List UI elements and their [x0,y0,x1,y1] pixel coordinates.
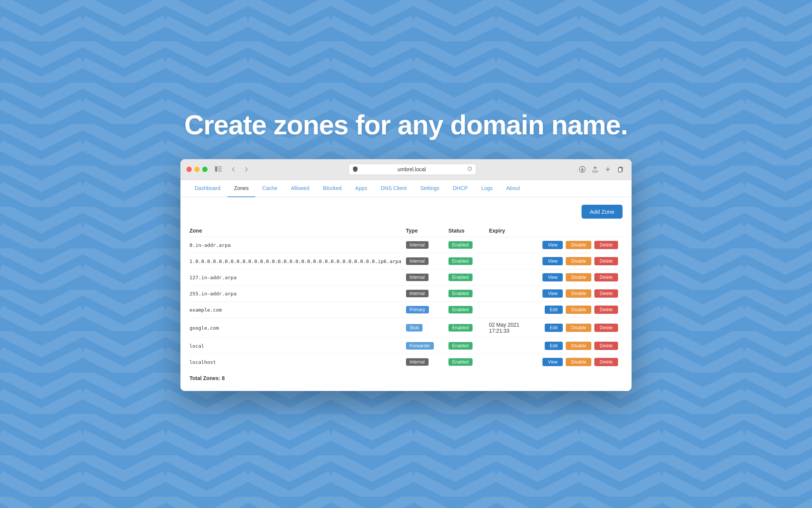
zone-name: localhost [189,354,406,370]
tab-apps[interactable]: Apps [348,180,374,197]
zone-delete-button[interactable]: Delete [594,324,618,332]
tab-blocked[interactable]: Blocked [316,180,348,197]
zone-disable-button[interactable]: Disable [566,324,591,332]
zone-disable-button[interactable]: Disable [566,289,591,298]
zone-status: Enabled [448,338,489,354]
col-header-actions [541,225,623,237]
nav-tabs: Dashboard Zones Cache Allowed Blocked Ap… [180,180,632,197]
zone-view-button[interactable]: View [542,273,563,281]
zone-expiry [489,237,541,253]
shield-icon [353,166,358,173]
table-row: example.comPrimaryEnabledEditDisableDele… [189,302,623,318]
zone-edit-button[interactable]: Edit [545,306,563,314]
svg-rect-3 [218,166,222,167]
app-content: Dashboard Zones Cache Allowed Blocked Ap… [180,180,632,391]
zone-expiry [489,253,541,269]
zone-type: Internal [406,354,448,370]
zone-type: Internal [406,286,448,302]
zone-status: Enabled [448,253,489,269]
zone-disable-button[interactable]: Disable [566,358,591,366]
minimize-button[interactable] [194,167,200,172]
svg-rect-2 [215,166,217,172]
close-button[interactable] [186,167,192,172]
zone-disable-button[interactable]: Disable [566,241,591,249]
zone-actions: ViewDisableDelete [541,354,623,370]
tab-dhcp[interactable]: DHCP [446,180,475,197]
zone-type: Internal [406,269,448,286]
zone-type: Stub [406,318,448,338]
tab-zones[interactable]: Zones [227,180,256,197]
back-button[interactable] [229,165,238,173]
zone-name: 1.0.0.0.0.0.0.0.0.0.0.0.0.0.0.0.0.0.0.0.… [189,253,406,269]
add-zone-button[interactable]: Add Zone [582,205,623,219]
svg-rect-4 [218,168,222,169]
zone-edit-button[interactable]: Edit [545,342,563,350]
zone-name: 127.in-addr.arpa [189,269,406,286]
traffic-lights [186,167,208,172]
sidebar-toggle-button[interactable] [212,164,225,175]
address-bar-container: umbrel.local [255,164,570,175]
zone-view-button[interactable]: View [542,241,563,249]
zone-delete-button[interactable]: Delete [594,273,618,281]
zone-type: Internal [406,253,448,269]
copy-tab-button[interactable] [616,164,626,174]
share-button[interactable] [590,164,600,174]
tab-logs[interactable]: Logs [474,180,499,197]
zone-view-button[interactable]: View [542,257,563,265]
table-row: 0.in-addr.arpaInternalEnabledViewDisable… [189,237,623,253]
maximize-button[interactable] [202,167,208,172]
page-content: Create zones for any domain name. [0,94,812,414]
zone-type: Primary [406,302,448,318]
tab-dns-client[interactable]: DNS Client [374,180,414,197]
zone-status: Enabled [448,302,489,318]
col-header-zone: Zone [189,225,406,237]
hero-title: Create zones for any domain name. [184,110,627,140]
zone-delete-button[interactable]: Delete [594,289,618,298]
zone-name: 255.in-addr.arpa [189,286,406,302]
zone-disable-button[interactable]: Disable [566,342,591,350]
svg-rect-8 [618,168,622,172]
col-header-status: Status [448,225,489,237]
new-tab-button[interactable] [603,164,613,174]
zone-actions: EditDisableDelete [541,318,623,338]
tab-cache[interactable]: Cache [255,180,284,197]
table-row: localForwarderEnabledEditDisableDelete [189,338,623,354]
zone-expiry: 02 May 2021 17:21:33 [489,318,541,338]
zone-delete-button[interactable]: Delete [594,342,618,350]
tab-about[interactable]: About [500,180,527,197]
address-bar[interactable]: umbrel.local [348,164,476,175]
zone-expiry [489,338,541,354]
zone-edit-button[interactable]: Edit [545,324,563,332]
tab-allowed[interactable]: Allowed [284,180,316,197]
zone-disable-button[interactable]: Disable [566,306,591,314]
zone-name: 0.in-addr.arpa [189,237,406,253]
zone-actions: ViewDisableDelete [541,237,623,253]
table-row: localhostInternalEnabledViewDisableDelet… [189,354,623,370]
zone-disable-button[interactable]: Disable [566,257,591,265]
col-header-expiry: Expiry [489,225,541,237]
svg-rect-5 [218,170,222,172]
zone-expiry [489,354,541,370]
zone-disable-button[interactable]: Disable [566,273,591,281]
zone-delete-button[interactable]: Delete [594,257,618,265]
table-row: 255.in-addr.arpaInternalEnabledViewDisab… [189,286,623,302]
zone-delete-button[interactable]: Delete [594,241,618,249]
zone-expiry [489,302,541,318]
zone-view-button[interactable]: View [542,358,563,366]
forward-button[interactable] [242,165,250,173]
reload-icon[interactable] [467,166,472,172]
zone-expiry [489,269,541,286]
zone-delete-button[interactable]: Delete [594,358,618,366]
tab-settings[interactable]: Settings [414,180,446,197]
zone-actions: ViewDisableDelete [541,269,623,286]
main-panel: Add Zone Zone Type Status Expiry [180,197,632,391]
zone-view-button[interactable]: View [542,289,563,298]
zone-status: Enabled [448,237,489,253]
tab-dashboard[interactable]: Dashboard [188,180,227,197]
zone-expiry [489,286,541,302]
zone-status: Enabled [448,318,489,338]
zone-name: google.com [189,318,406,338]
download-button[interactable] [577,164,587,174]
zone-type: Internal [406,237,448,253]
zone-delete-button[interactable]: Delete [594,306,618,314]
